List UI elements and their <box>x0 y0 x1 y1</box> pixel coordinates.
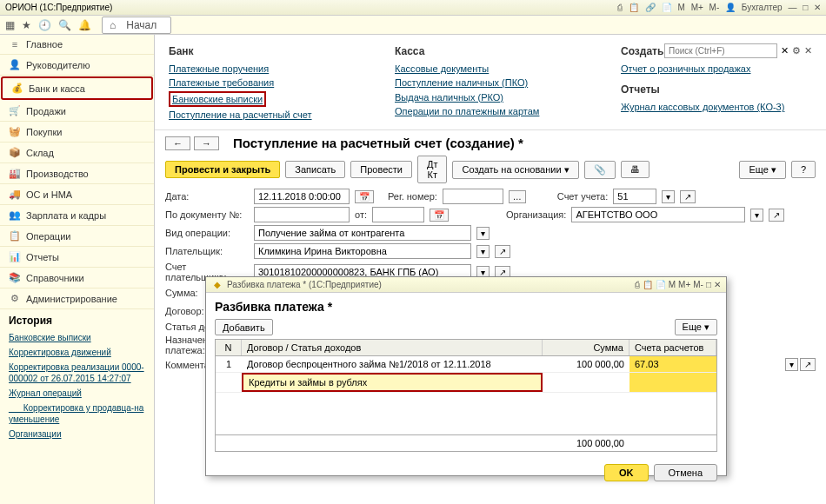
dt-kt-button[interactable]: ДтКт <box>417 156 448 183</box>
add-button[interactable]: Добавить <box>215 319 273 335</box>
grid-row[interactable]: 1 Договор беспроцентного займа №1/2018 о… <box>216 356 716 373</box>
icon[interactable]: 📄 <box>662 3 672 12</box>
icon[interactable]: M+ <box>678 280 690 289</box>
more-button[interactable]: Еще ▾ <box>739 161 785 179</box>
col-header[interactable]: Счета расчетов <box>629 340 716 355</box>
open-button[interactable]: ↗ <box>769 209 784 222</box>
icon[interactable]: M <box>669 280 676 289</box>
history-link[interactable]: ___Корректировка у продавца-на уменьшени… <box>9 402 145 425</box>
sidebar-item[interactable]: 🛒Продажи <box>0 101 154 122</box>
dots-button[interactable]: ▾ <box>662 190 675 203</box>
icon[interactable]: 🔗 <box>645 3 656 12</box>
sidebar-item[interactable]: 📦Склад <box>0 143 154 163</box>
close-icon[interactable]: ✕ <box>814 3 821 12</box>
apps-icon[interactable]: ▦ <box>5 19 15 31</box>
open-button[interactable]: ↗ <box>680 190 696 203</box>
icon[interactable]: M- <box>709 3 720 12</box>
user[interactable]: Бухгалтер <box>742 3 783 12</box>
more-button[interactable]: Еще ▾ <box>675 319 717 335</box>
nav-link[interactable]: Платежные требования <box>169 76 360 89</box>
nav-link[interactable]: Кассовые документы <box>395 63 586 75</box>
nav-link[interactable]: Платежные поручения <box>169 63 360 75</box>
history-link[interactable]: Банковские выписки <box>9 332 145 343</box>
bell-icon[interactable]: 🔔 <box>78 19 91 31</box>
org-input[interactable] <box>571 207 745 222</box>
from-date-input[interactable] <box>372 207 424 222</box>
search-input[interactable] <box>664 43 777 58</box>
nav-link[interactable]: Журнал кассовых документов (КО-3) <box>621 101 812 113</box>
cancel-button[interactable]: Отмена <box>654 464 717 481</box>
icon[interactable]: 📋 <box>643 280 653 289</box>
clear-icon[interactable]: ✕ <box>781 45 789 56</box>
icon[interactable]: ⎙ <box>635 280 640 289</box>
icon[interactable]: M <box>678 3 685 12</box>
sidebar-item[interactable]: 📊Отчеты <box>0 247 154 268</box>
attach-button[interactable]: 📎 <box>584 161 616 179</box>
icon[interactable]: M+ <box>691 3 703 12</box>
calendar-icon[interactable]: 📅 <box>430 209 449 222</box>
grid-row[interactable]: Кредиты и займы в рублях <box>216 373 716 393</box>
history-link[interactable]: Журнал операций <box>9 388 145 399</box>
create-based-button[interactable]: Создать на основании ▾ <box>452 161 578 179</box>
search-icon[interactable]: 🔍 <box>58 19 71 31</box>
star-icon[interactable]: ★ <box>22 19 31 31</box>
col-header[interactable]: Сумма <box>543 340 629 355</box>
op-type-input[interactable] <box>254 225 471 241</box>
dots-button[interactable]: ▾ <box>476 227 490 240</box>
history-link[interactable]: Корректировка движений <box>9 347 145 358</box>
close-icon[interactable]: ✕ <box>714 280 721 289</box>
sidebar-item[interactable]: ≡Главное <box>0 35 154 55</box>
restore-icon[interactable]: □ <box>706 280 711 289</box>
ok-button[interactable]: OK <box>604 464 649 481</box>
nav-link[interactable]: Поступление на расчетный счет <box>169 109 360 121</box>
nav-link-statements[interactable]: Банковские выписки <box>169 91 266 107</box>
doc-no-input[interactable] <box>254 207 350 222</box>
sidebar-item[interactable]: 🚚ОС и НМА <box>0 184 154 205</box>
date-input[interactable] <box>254 189 350 204</box>
col-header[interactable]: Договор / Статья доходов <box>242 340 543 355</box>
icon[interactable]: ⎙ <box>617 3 623 12</box>
minimize-icon[interactable]: — <box>788 3 796 12</box>
sidebar-item[interactable]: 👥Зарплата и кадры <box>0 205 154 226</box>
close-icon[interactable]: ✕ <box>804 45 812 56</box>
open-button[interactable]: ↗ <box>495 245 510 258</box>
sidebar-item[interactable]: 👤Руководителю <box>0 55 154 76</box>
sidebar-item-bank[interactable]: 💰Банк и касса <box>1 76 153 100</box>
nav-link[interactable]: Поступление наличных (ПКО) <box>395 76 586 89</box>
account-input[interactable] <box>613 189 656 204</box>
sidebar-item[interactable]: 🧺Покупки <box>0 122 154 143</box>
sidebar-item[interactable]: 📚Справочники <box>0 268 154 288</box>
nav-link[interactable]: Операции по платежным картам <box>395 105 586 117</box>
help-button[interactable]: ? <box>791 161 816 178</box>
back-button[interactable]: ← <box>165 136 190 150</box>
write-button[interactable]: Записать <box>285 161 345 178</box>
post-button[interactable]: Провести <box>350 161 412 178</box>
history-link[interactable]: Корректировка реализации 0000-000002 от … <box>9 361 145 384</box>
forward-button[interactable]: → <box>194 136 219 150</box>
dots-button[interactable]: … <box>509 190 526 203</box>
dots-button[interactable]: ▾ <box>750 209 763 222</box>
sidebar-item[interactable]: 📋Операции <box>0 226 154 247</box>
home-button[interactable]: ⌂ Начал <box>102 17 171 34</box>
payer-input[interactable] <box>254 243 471 259</box>
sidebar-item[interactable]: 🏭Производство <box>0 163 154 184</box>
nav-link[interactable]: Выдача наличных (РКО) <box>395 91 586 103</box>
icon[interactable]: M- <box>693 280 703 289</box>
dots-button[interactable]: ▾ <box>476 245 490 258</box>
sidebar-item[interactable]: ⚙Администрирование <box>0 288 154 309</box>
history-link[interactable]: Организации <box>9 428 145 440</box>
icon[interactable]: 📄 <box>656 280 666 289</box>
icon[interactable]: 📋 <box>629 3 639 12</box>
col-header[interactable]: N <box>216 340 242 355</box>
maximize-icon[interactable]: □ <box>803 3 808 12</box>
print-button[interactable]: 🖶 <box>621 161 649 178</box>
post-close-button[interactable]: Провести и закрыть <box>165 161 280 178</box>
nav-link[interactable]: Отчет о розничных продажах <box>621 63 812 75</box>
icon[interactable]: 👤 <box>725 3 736 12</box>
history-icon[interactable]: 🕘 <box>38 19 51 31</box>
calendar-icon[interactable]: 📅 <box>355 190 374 203</box>
reg-input[interactable] <box>443 189 503 204</box>
gear-icon[interactable]: ⚙ <box>792 45 801 56</box>
open-button[interactable]: ↗ <box>800 358 816 371</box>
dots-button[interactable]: ▾ <box>785 358 798 371</box>
